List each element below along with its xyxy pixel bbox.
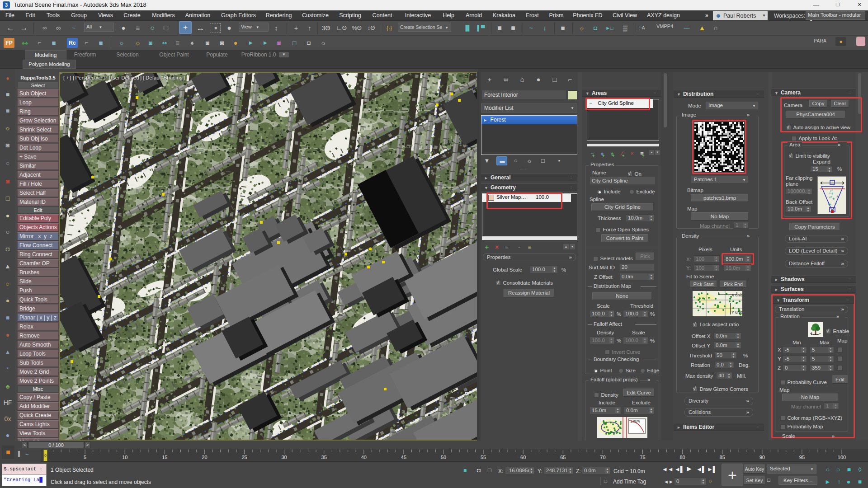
svg-text:+: + bbox=[827, 202, 830, 206]
svg-text:20: 20 bbox=[202, 455, 207, 460]
svg-text:100%: 100% bbox=[630, 419, 640, 424]
svg-text:+: + bbox=[832, 197, 835, 201]
svg-text:10: 10 bbox=[122, 455, 127, 460]
svg-text:+: + bbox=[836, 194, 839, 199]
svg-text:45: 45 bbox=[401, 455, 406, 460]
svg-text:85: 85 bbox=[720, 455, 725, 460]
svg-text:35: 35 bbox=[321, 455, 327, 460]
svg-text:15: 15 bbox=[162, 455, 167, 460]
svg-text:+: + bbox=[835, 202, 837, 206]
svg-text:70: 70 bbox=[600, 455, 605, 460]
svg-text:30: 30 bbox=[281, 455, 287, 460]
svg-text:75: 75 bbox=[640, 455, 645, 460]
svg-text:65: 65 bbox=[560, 455, 566, 460]
svg-text:100: 100 bbox=[838, 455, 846, 460]
svg-text:50: 50 bbox=[441, 455, 446, 460]
svg-text:5: 5 bbox=[84, 455, 86, 460]
svg-text:95: 95 bbox=[799, 455, 805, 460]
svg-text:Y units: Y units bbox=[731, 310, 742, 314]
svg-text:X units: X units bbox=[731, 293, 742, 297]
svg-text:40: 40 bbox=[361, 455, 367, 460]
svg-text:80: 80 bbox=[679, 455, 685, 460]
svg-text:55: 55 bbox=[481, 455, 486, 460]
svg-text:25: 25 bbox=[241, 455, 247, 460]
svg-text:60: 60 bbox=[520, 455, 526, 460]
svg-text:90: 90 bbox=[760, 455, 765, 460]
svg-text:+: + bbox=[830, 195, 832, 199]
